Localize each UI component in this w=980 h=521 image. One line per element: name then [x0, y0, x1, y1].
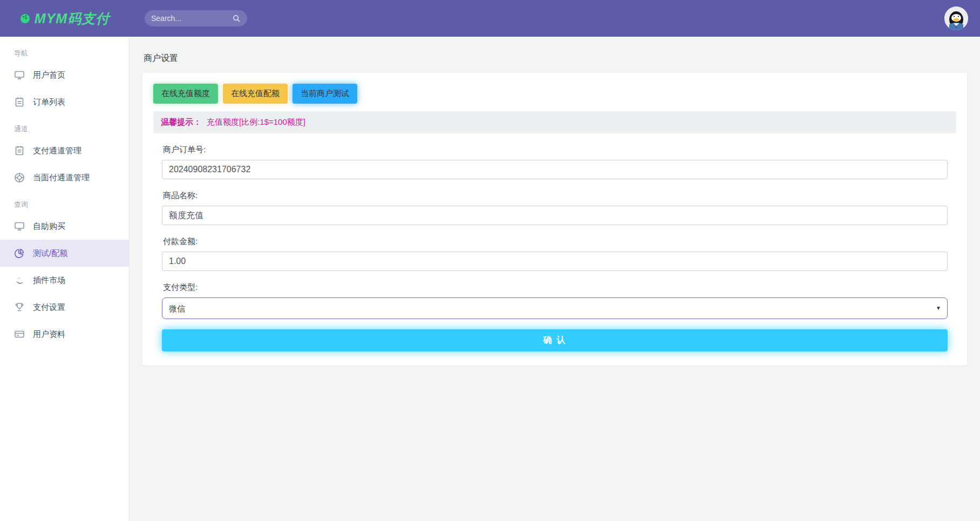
current-merchant-test-button[interactable]: 当前商户测试 — [292, 84, 357, 104]
search-input[interactable] — [151, 14, 233, 23]
sidebar-item-f2f-channel-mgmt[interactable]: 当面付通道管理 — [0, 164, 129, 191]
sidebar-item-plugin-market[interactable]: 插件市场 — [0, 267, 129, 294]
life-ring-icon — [14, 172, 25, 183]
sidebar-item-pay-settings[interactable]: 支付设置 — [0, 294, 129, 321]
magnifier-icon[interactable] — [233, 15, 241, 23]
sidebar-item-test-quota[interactable]: 测试/配额 — [0, 240, 129, 267]
trophy-icon — [14, 302, 25, 313]
sidebar: 导航 用户首页 订单列表 通道 支付通道管理 — [0, 37, 130, 521]
online-recharge-quota-button[interactable]: 在线充值额度 — [153, 84, 218, 104]
product-name-label: 商品名称: — [163, 191, 947, 201]
sidebar-item-label: 支付通道管理 — [33, 146, 81, 156]
sidebar-item-label: 订单列表 — [33, 97, 65, 107]
sidebar-item-user-profile[interactable]: 用户资料 — [0, 321, 129, 348]
sidebar-item-order-list[interactable]: 订单列表 — [0, 89, 129, 116]
pay-type-label: 支付类型: — [163, 282, 947, 293]
merchant-test-form: 商户订单号: 商品名称: 付款金额: 支付类型: 微信 ▼ 确 认 — [153, 145, 956, 355]
bowling-ball-icon — [20, 13, 30, 24]
monitor-icon — [14, 221, 25, 232]
search-box — [145, 10, 247, 26]
order-no-input[interactable] — [162, 160, 948, 179]
sidebar-item-label: 插件市场 — [33, 275, 65, 286]
action-button-row: 在线充值额度 在线充值配额 当前商户测试 — [153, 84, 956, 104]
sidebar-item-user-home[interactable]: 用户首页 — [0, 62, 129, 89]
notice-prefix: 温馨提示： — [161, 117, 201, 126]
pay-type-select-wrap: 微信 ▼ — [162, 297, 948, 319]
sidebar-item-label: 支付设置 — [33, 302, 65, 313]
sidebar-item-label: 用户资料 — [33, 329, 65, 340]
online-recharge-allocation-button[interactable]: 在线充值配额 — [223, 84, 288, 104]
monitor-icon — [14, 70, 25, 80]
page-title: 商户设置 — [144, 53, 967, 64]
main-content: 商户设置 在线充值额度 在线充值配额 当前商户测试 温馨提示：充值额度[比例:1… — [130, 37, 980, 521]
clipboard-icon — [14, 97, 25, 107]
order-no-label: 商户订单号: — [163, 145, 947, 155]
clipboard-icon — [14, 145, 25, 156]
sidebar-item-label: 当面付通道管理 — [33, 173, 90, 183]
credit-card-icon — [14, 329, 25, 340]
sidebar-section-query: 查询 — [0, 191, 129, 213]
qq-penguin-avatar[interactable] — [944, 6, 968, 30]
notice-text: 充值额度[比例:1$=100额度] — [207, 117, 305, 126]
product-name-input[interactable] — [162, 206, 948, 225]
sidebar-section-nav: 导航 — [0, 40, 129, 62]
notice-bar: 温馨提示：充值额度[比例:1$=100额度] — [153, 111, 956, 133]
confirm-button[interactable]: 确 认 — [162, 329, 948, 351]
sidebar-item-self-buy[interactable]: 自助购买 — [0, 213, 129, 240]
pay-type-select[interactable]: 微信 — [162, 297, 948, 319]
pie-chart-icon — [14, 248, 25, 259]
amount-input[interactable] — [162, 252, 948, 271]
top-navbar: MYM码支付 — [0, 0, 980, 37]
sidebar-item-pay-channel-mgmt[interactable]: 支付通道管理 — [0, 137, 129, 164]
sidebar-item-label: 测试/配额 — [33, 248, 67, 259]
sidebar-item-label: 用户首页 — [33, 70, 65, 80]
brand-title: MYM码支付 — [35, 10, 110, 28]
crescent-icon — [14, 275, 25, 286]
sidebar-item-label: 自助购买 — [33, 221, 65, 232]
amount-label: 付款金额: — [163, 236, 947, 247]
sidebar-section-channel: 通道 — [0, 116, 129, 137]
brand-logo[interactable]: MYM码支付 — [0, 10, 130, 28]
merchant-settings-card: 在线充值额度 在线充值配额 当前商户测试 温馨提示：充值额度[比例:1$=100… — [142, 73, 967, 366]
